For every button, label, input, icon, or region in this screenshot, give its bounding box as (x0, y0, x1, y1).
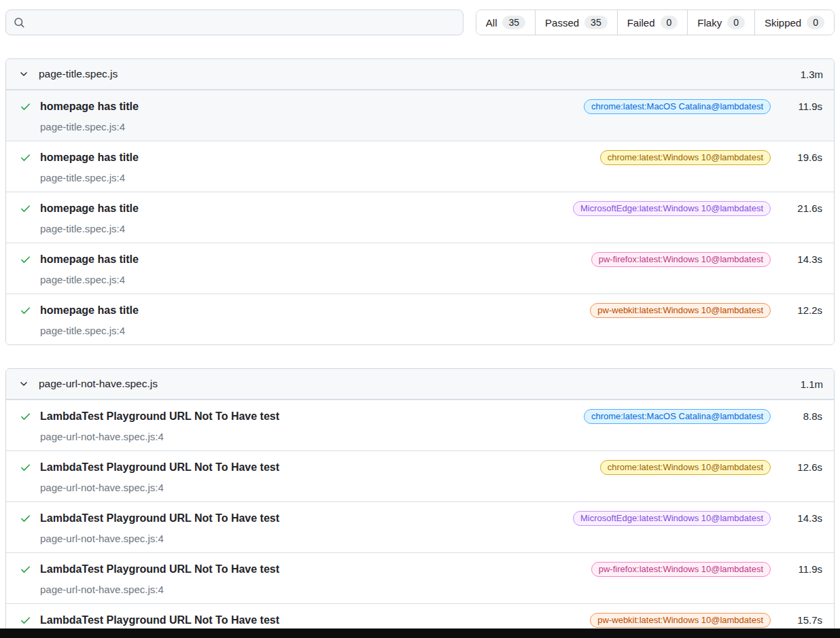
tab-flaky[interactable]: Flaky 0 (688, 10, 755, 35)
chevron-down-icon[interactable] (18, 69, 29, 79)
tab-passed[interactable]: Passed 35 (536, 10, 618, 35)
test-main: homepage has title page-title.spec.js:4 (40, 99, 576, 134)
test-title: LambdaTest Playground URL Not To Have te… (40, 562, 583, 577)
tab-flaky-count: 0 (727, 16, 745, 29)
pass-check-icon (20, 203, 31, 215)
test-main: LambdaTest Playground URL Not To Have te… (40, 460, 592, 495)
test-row[interactable]: LambdaTest Playground URL Not To Have te… (6, 552, 834, 603)
project-badge[interactable]: MicrosoftEdge:latest:Windows 10@lambdate… (573, 511, 771, 526)
test-row[interactable]: homepage has title page-title.spec.js:4 … (6, 141, 834, 192)
spec-file-header[interactable]: page-title.spec.js 1.3m (6, 59, 834, 90)
test-location: page-title.spec.js:4 (40, 273, 583, 287)
project-badge[interactable]: pw-webkit:latest:Windows 10@lambdatest (590, 613, 771, 628)
spec-file-group: page-url-not-have.spec.js 1.1m LambdaTes… (5, 368, 835, 638)
test-row[interactable]: homepage has title page-title.spec.js:4 … (6, 243, 834, 294)
test-row[interactable]: LambdaTest Playground URL Not To Have te… (6, 501, 834, 552)
test-main: LambdaTest Playground URL Not To Have te… (40, 562, 583, 597)
test-duration: 11.9s (786, 562, 822, 576)
filter-tabs: All 35 Passed 35 Failed 0 Flaky 0 Skippe… (476, 10, 835, 35)
tab-skipped-count: 0 (807, 16, 824, 29)
pass-check-icon (20, 462, 31, 474)
tab-skipped-label: Skipped (765, 17, 801, 29)
pass-check-icon (20, 101, 31, 113)
tab-skipped[interactable]: Skipped 0 (755, 10, 834, 35)
tab-failed[interactable]: Failed 0 (618, 10, 688, 35)
spec-file-name: page-title.spec.js (39, 68, 118, 80)
test-location: page-title.spec.js:4 (40, 222, 565, 236)
pass-check-icon (20, 305, 31, 317)
tab-all-count: 35 (502, 16, 525, 29)
search-icon (13, 16, 25, 29)
spec-file-header[interactable]: page-url-not-have.spec.js 1.1m (6, 369, 834, 400)
test-location: page-title.spec.js:4 (40, 171, 592, 185)
test-main: homepage has title page-title.spec.js:4 (40, 150, 592, 185)
test-title: LambdaTest Playground URL Not To Have te… (40, 409, 576, 424)
test-duration: 12.2s (786, 303, 822, 317)
tab-passed-count: 35 (584, 16, 608, 29)
window-bottom-bar (0, 628, 840, 638)
test-duration: 12.6s (786, 460, 822, 474)
test-location: page-title.spec.js:4 (40, 120, 576, 134)
project-badge[interactable]: pw-webkit:latest:Windows 10@lambdatest (590, 303, 771, 318)
tab-failed-label: Failed (627, 17, 655, 29)
test-location: page-url-not-have.spec.js:4 (40, 481, 592, 495)
search-input[interactable] (31, 16, 456, 29)
pass-check-icon (20, 152, 31, 164)
test-main: homepage has title page-title.spec.js:4 (40, 303, 582, 338)
test-location: page-url-not-have.spec.js:4 (40, 430, 576, 444)
test-duration: 11.9s (786, 99, 822, 113)
test-duration: 14.3s (786, 511, 822, 525)
test-location: page-title.spec.js:4 (40, 324, 582, 338)
test-title: homepage has title (40, 201, 565, 216)
tab-all-label: All (486, 17, 497, 29)
test-duration: 8.8s (786, 409, 822, 423)
test-main: LambdaTest Playground URL Not To Have te… (40, 511, 565, 546)
pass-check-icon (20, 513, 31, 525)
test-row[interactable]: LambdaTest Playground URL Not To Have te… (6, 400, 834, 450)
report-page: All 35 Passed 35 Failed 0 Flaky 0 Skippe… (0, 0, 840, 638)
project-badge[interactable]: chrome:latest:Windows 10@lambdatest (600, 150, 771, 165)
test-duration: 15.7s (786, 613, 822, 627)
test-main: homepage has title page-title.spec.js:4 (40, 201, 565, 236)
report-header: All 35 Passed 35 Failed 0 Flaky 0 Skippe… (5, 10, 835, 35)
project-badge[interactable]: MicrosoftEdge:latest:Windows 10@lambdate… (573, 201, 771, 216)
test-duration: 19.6s (786, 150, 822, 164)
test-duration: 21.6s (786, 201, 822, 215)
test-title: homepage has title (40, 303, 582, 318)
pass-check-icon (20, 411, 31, 423)
pass-check-icon (20, 564, 31, 575)
chevron-down-icon[interactable] (18, 378, 29, 389)
test-title: homepage has title (40, 99, 576, 114)
spec-file-duration: 1.3m (801, 69, 823, 80)
spec-file-duration: 1.1m (801, 378, 823, 390)
spec-file-name: page-url-not-have.spec.js (39, 378, 158, 390)
test-main: homepage has title page-title.spec.js:4 (40, 252, 583, 287)
tab-failed-count: 0 (661, 16, 678, 29)
project-badge[interactable]: pw-firefox:latest:Windows 10@lambdatest (591, 562, 771, 577)
test-row[interactable]: LambdaTest Playground URL Not To Have te… (6, 450, 834, 501)
search-box[interactable] (5, 10, 463, 35)
project-badge[interactable]: chrome:latest:Windows 10@lambdatest (600, 460, 771, 475)
test-duration: 14.3s (786, 252, 822, 266)
test-location: page-url-not-have.spec.js:4 (40, 583, 583, 597)
test-row[interactable]: homepage has title page-title.spec.js:4 … (6, 294, 834, 344)
test-title: LambdaTest Playground URL Not To Have te… (40, 511, 565, 526)
project-badge[interactable]: chrome:latest:MacOS Catalina@lambdatest (584, 99, 771, 114)
test-title: LambdaTest Playground URL Not To Have te… (40, 460, 592, 475)
tab-passed-label: Passed (545, 17, 579, 29)
test-row[interactable]: homepage has title page-title.spec.js:4 … (6, 90, 834, 141)
tab-flaky-label: Flaky (697, 17, 722, 29)
pass-check-icon (20, 615, 31, 626)
test-title: homepage has title (40, 150, 592, 165)
test-location: page-url-not-have.spec.js:4 (40, 532, 565, 546)
spec-file-group: page-title.spec.js 1.3m homepage has tit… (5, 58, 835, 345)
test-title: homepage has title (40, 252, 583, 267)
pass-check-icon (20, 254, 31, 266)
tab-all[interactable]: All 35 (476, 10, 536, 35)
test-row[interactable]: homepage has title page-title.spec.js:4 … (6, 192, 834, 243)
project-badge[interactable]: pw-firefox:latest:Windows 10@lambdatest (591, 252, 771, 267)
test-main: LambdaTest Playground URL Not To Have te… (40, 409, 576, 444)
project-badge[interactable]: chrome:latest:MacOS Catalina@lambdatest (584, 409, 771, 424)
test-title: LambdaTest Playground URL Not To Have te… (40, 613, 582, 628)
